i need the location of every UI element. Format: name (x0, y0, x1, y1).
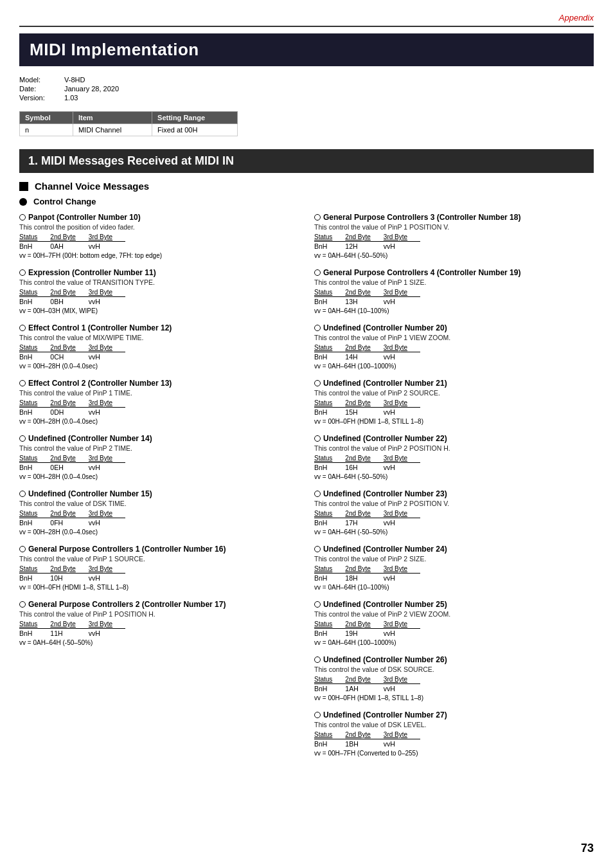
controller-15: Undefined (Controller Number 15) This co… (19, 489, 299, 536)
circle-bullet-icon (314, 601, 321, 608)
byte-table-23: Status 2nd Byte 3rd Byte BnH 17H vvH (314, 510, 420, 527)
model-label: Model: (19, 75, 64, 84)
channel-voice-title: Channel Voice Messages (19, 181, 594, 192)
controller-24: Undefined (Controller Number 24) This co… (314, 545, 594, 591)
byte-table-20: Status 2nd Byte 3rd Byte BnH 14H vvH (314, 344, 420, 361)
circle-bullet-icon (314, 546, 321, 552)
byte-table-21: Status 2nd Byte 3rd Byte BnH 15H vvH (314, 399, 420, 417)
controller-23: Undefined (Controller Number 23) This co… (314, 489, 594, 536)
byte-table-10: Status 2nd Byte 3rd Byte BnH 0AH vvH (19, 233, 125, 251)
circle-bullet-icon (19, 214, 26, 221)
byte-table-15: Status 2nd Byte 3rd Byte BnH 0FH vvH (19, 510, 125, 527)
table-row: n MIDI Channel Fixed at 00H (20, 124, 238, 136)
byte-table-18: Status 2nd Byte 3rd Byte BnH 12H vvH (314, 233, 420, 251)
symbol-cell: n (20, 124, 73, 136)
controller-25: Undefined (Controller Number 25) This co… (314, 600, 594, 646)
control-change-title: Control Change (19, 197, 594, 206)
controller-10-title: Panpot (Controller Number 10) (19, 213, 299, 222)
controller-27: Undefined (Controller Number 27) This co… (314, 710, 594, 757)
byte-table-24: Status 2nd Byte 3rd Byte BnH 18H vvH (314, 565, 420, 583)
controller-13: Effect Control 2 (Controller Number 13) … (19, 379, 299, 425)
circle-bullet-icon (19, 380, 26, 386)
byte-table-22: Status 2nd Byte 3rd Byte BnH 16H vvH (314, 455, 420, 472)
version-label: Version: (19, 93, 64, 102)
section1-title: 1. MIDI Messages Received at MIDI IN (19, 149, 594, 173)
controller-11: Expression (Controller Number 11) This c… (19, 268, 299, 314)
controller-12: Effect Control 1 (Controller Number 12) … (19, 323, 299, 370)
circle-bullet-icon (314, 269, 321, 276)
circle-bullet-icon (314, 380, 321, 386)
circle-bullet-icon (19, 325, 26, 331)
controller-26: Undefined (Controller Number 26) This co… (314, 655, 594, 701)
byte-table-11: Status 2nd Byte 3rd Byte BnH 0BH vvH (19, 289, 125, 306)
setting-range-col-header: Setting Range (152, 112, 238, 124)
byte-table-19: Status 2nd Byte 3rd Byte BnH 13H vvH (314, 289, 420, 306)
controller-22: Undefined (Controller Number 22) This co… (314, 434, 594, 480)
byte-table-26: Status 2nd Byte 3rd Byte BnH 1AH vvH (314, 676, 420, 693)
item-col-header: Item (73, 112, 152, 124)
right-column: General Purpose Controllers 3 (Controlle… (314, 213, 594, 766)
circle-bullet-icon (314, 325, 321, 331)
model-value: V-8HD (64, 75, 119, 84)
byte-table-14: Status 2nd Byte 3rd Byte BnH 0EH vvH (19, 455, 125, 472)
date-value: January 28, 2020 (64, 84, 119, 93)
page-number: 73 (581, 842, 594, 855)
symbol-table: Symbol Item Setting Range n MIDI Channel… (19, 111, 238, 136)
byte-table-16: Status 2nd Byte 3rd Byte BnH 10H vvH (19, 565, 125, 583)
controller-20: Undefined (Controller Number 20) This co… (314, 323, 594, 370)
circle-bullet-icon (19, 269, 26, 276)
controller-14: Undefined (Controller Number 14) This co… (19, 434, 299, 480)
controller-21: Undefined (Controller Number 21) This co… (314, 379, 594, 425)
circle-bullet-icon (314, 656, 321, 663)
date-label: Date: (19, 84, 64, 93)
item-cell: MIDI Channel (73, 124, 152, 136)
controller-18: General Purpose Controllers 3 (Controlle… (314, 213, 594, 259)
byte-table-17: Status 2nd Byte 3rd Byte BnH 11H vvH (19, 620, 125, 638)
byte-table-13: Status 2nd Byte 3rd Byte BnH 0DH vvH (19, 399, 125, 417)
circle-bullet-icon (19, 491, 26, 497)
version-value: 1.03 (64, 93, 119, 102)
symbol-col-header: Symbol (20, 112, 73, 124)
circle-bullet-icon (314, 435, 321, 442)
byte-table-27: Status 2nd Byte 3rd Byte BnH 1BH vvH (314, 731, 420, 748)
appendix-label: Appendix (19, 13, 594, 23)
controller-17: General Purpose Controllers 2 (Controlle… (19, 600, 299, 646)
circle-bullet-icon (19, 546, 26, 552)
controller-19: General Purpose Controllers 4 (Controlle… (314, 268, 594, 314)
black-square-icon (19, 182, 28, 191)
circle-bullet-icon (314, 214, 321, 221)
byte-table-25: Status 2nd Byte 3rd Byte BnH 19H vvH (314, 620, 420, 638)
circle-bullet-icon (19, 435, 26, 442)
range-cell: Fixed at 00H (152, 124, 238, 136)
left-column: Panpot (Controller Number 10) This contr… (19, 213, 299, 766)
circle-bullet-icon (19, 601, 26, 608)
circle-bullet-icon (314, 491, 321, 497)
byte-table-12: Status 2nd Byte 3rd Byte BnH 0CH vvH (19, 344, 125, 361)
controller-10: Panpot (Controller Number 10) This contr… (19, 213, 299, 259)
model-info: Model: V-8HD Date: January 28, 2020 Vers… (19, 75, 594, 102)
controller-16: General Purpose Controllers 1 (Controlle… (19, 545, 299, 591)
page-title: MIDI Implementation (19, 33, 594, 66)
circle-bullet-icon (314, 712, 321, 718)
black-circle-icon (19, 198, 27, 206)
